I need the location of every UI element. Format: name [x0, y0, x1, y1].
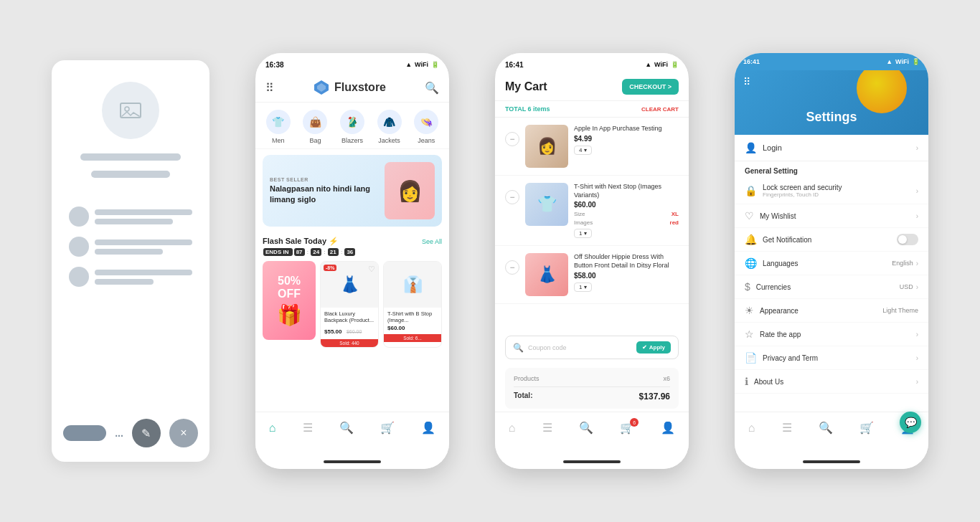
search-icon[interactable]: 🔍	[425, 81, 439, 95]
nav3-home-icon[interactable]: ⌂	[748, 422, 755, 435]
cart-item-2-qty-value[interactable]: 1 ▾	[574, 229, 592, 238]
category-blazers[interactable]: 🥻 Blazers	[340, 110, 364, 144]
cart-item-3-qty-value[interactable]: 1 ▾	[574, 283, 592, 292]
phone3-nav: ⌂ ☰ 🔍 🛒 👤	[735, 412, 928, 443]
settings-privacy-row[interactable]: 📄 Privacy and Term ›	[735, 346, 928, 370]
settings-languages-row[interactable]: 🌐 Languages English ›	[735, 252, 928, 275]
person-icon: 👤	[745, 142, 757, 153]
menu-icon[interactable]: ⠿	[265, 81, 274, 95]
languages-label: Languages	[763, 260, 798, 267]
apply-label: Apply	[649, 344, 665, 351]
appearance-label: Appearance	[760, 307, 798, 315]
cart-item-3-image: 👗	[525, 253, 568, 296]
clear-cart-button[interactable]: CLEAR CART	[641, 106, 679, 113]
phone1-products: 50% OFF 🎁 👗 -8% ♡ Black Luxury Backpack …	[255, 258, 449, 351]
cart-item-2-image: 👕	[525, 183, 568, 226]
category-jackets[interactable]: 🧥 Jackets	[377, 110, 402, 144]
apply-coupon-button[interactable]: ✔ Apply	[636, 341, 671, 353]
currencies-right: USD ›	[900, 283, 918, 291]
language-icon: 🌐	[745, 257, 757, 269]
coupon-code-input[interactable]: Coupon code	[528, 344, 632, 351]
wireframe-close-button[interactable]: ×	[169, 419, 198, 447]
nav-home-icon[interactable]: ⌂	[269, 422, 276, 435]
category-men-label: Men	[272, 137, 285, 144]
nav-profile-icon[interactable]: 👤	[421, 421, 435, 435]
product-1-wishlist-icon[interactable]: ♡	[368, 265, 375, 274]
phone2-content: My Cart CHECKOUT > TOTAL 6 items CLEAR C…	[495, 73, 689, 443]
category-men[interactable]: 👕 Men	[266, 110, 291, 144]
cart-item-1-qty-value[interactable]: 4 ▾	[574, 146, 592, 155]
wireframe-bottom: ... ✎ ×	[63, 419, 198, 447]
apply-icon: ✔	[642, 344, 647, 351]
product-1-badge: -8%	[324, 265, 336, 271]
banner-title: Nalagpasan nito hindi lang limang siglo	[270, 184, 385, 204]
nav2-menu-icon[interactable]: ☰	[542, 421, 552, 435]
login-left: 👤 Login	[745, 142, 782, 153]
settings-currencies-left: $ Currencies	[745, 281, 791, 293]
product-2-name: T-Shirt with B Stop (Image...	[387, 310, 438, 323]
cart-item-2: − 👕 T-Shirt with Next Stop (Images Varia…	[495, 176, 689, 246]
nav2-home-icon[interactable]: ⌂	[509, 422, 516, 435]
product-card-1[interactable]: 👗 -8% ♡ Black Luxury Backpack (Product..…	[320, 261, 379, 348]
phone2-nav: ⌂ ☰ 🔍 🛒 6 👤	[495, 412, 689, 443]
settings-appearance-row[interactable]: ☀ Appearance Light Theme	[735, 299, 928, 323]
nav2-search-icon[interactable]: 🔍	[579, 421, 593, 435]
chat-fab-button[interactable]: 💬	[900, 412, 921, 433]
see-all-link[interactable]: See All	[422, 238, 442, 245]
currencies-label: Currencies	[756, 283, 791, 291]
nav3-menu-icon[interactable]: ☰	[782, 421, 792, 435]
phone2-status-icons: ▲ WiFi 🔋	[645, 61, 679, 68]
cart-item-2-variant-label: Images	[574, 219, 593, 226]
product-2-image: 👔	[384, 262, 441, 308]
wishlist-icon: ♡	[745, 210, 754, 222]
phone3-hero: ⠿ Settings	[735, 70, 928, 135]
product-card-2[interactable]: 👔 T-Shirt with B Stop (Image... $60.00 S…	[383, 261, 442, 348]
lock-chevron-icon: ›	[916, 187, 918, 195]
product-1-sold: Sold: 440	[321, 339, 378, 347]
settings-about-row[interactable]: ℹ About Us ›	[735, 370, 928, 394]
settings-currencies-row[interactable]: $ Currencies USD ›	[735, 275, 928, 299]
product-2-price: $60.00	[387, 325, 438, 331]
cart-item-1-qty: 4 ▾	[574, 146, 679, 155]
languages-right: English ›	[892, 260, 918, 267]
category-jeans-label: Jeans	[418, 137, 435, 144]
cart-item-3-qty: 1 ▾	[574, 283, 679, 292]
nav-menu-icon[interactable]: ☰	[303, 421, 313, 435]
nav-search-icon[interactable]: 🔍	[339, 421, 354, 435]
promo-percent: 50%	[278, 275, 301, 288]
settings-wishlist-row[interactable]: ♡ My Wishlist ›	[735, 204, 928, 228]
coupon-input-area: 🔍 Coupon code ✔ Apply	[505, 336, 679, 359]
appearance-icon: ☀	[745, 305, 754, 316]
settings-rate-row[interactable]: ☆ Rate the app ›	[735, 323, 928, 346]
phone2-time: 16:41	[505, 61, 524, 69]
settings-notification-row[interactable]: 🔔 Get Notification	[735, 228, 928, 252]
settings-login-row[interactable]: 👤 Login ›	[735, 135, 928, 161]
checkout-button[interactable]: CHECKOUT >	[622, 79, 679, 95]
phone3-home-indicator	[803, 460, 860, 463]
banner-image: 👩	[385, 162, 435, 219]
summary-products-label: Products	[514, 375, 540, 382]
appearance-value: Light Theme	[882, 307, 918, 314]
nav-cart-icon[interactable]: 🛒	[380, 421, 395, 435]
phone1-logo: Fluxstore	[313, 79, 386, 96]
cart-item-2-meta: Size XL	[574, 211, 679, 217]
nav2-profile-icon[interactable]: 👤	[661, 421, 675, 435]
phone3-time: 16:41	[743, 58, 760, 65]
cart-item-1-remove[interactable]: −	[505, 132, 519, 146]
nav3-search-icon[interactable]: 🔍	[819, 421, 833, 435]
nav3-cart-icon[interactable]: 🛒	[859, 421, 874, 435]
settings-lock-row[interactable]: 🔒 Lock screen and security Fingerprints,…	[735, 178, 928, 204]
product-1-price: $55.00 $60.00	[324, 323, 374, 336]
timer-hours: 87	[294, 248, 305, 256]
category-bag[interactable]: 👜 Bag	[303, 110, 327, 144]
cart-item-2-remove[interactable]: −	[505, 190, 519, 204]
nav2-cart-icon[interactable]: 🛒 6	[620, 421, 634, 435]
cart-item-3-remove[interactable]: −	[505, 260, 519, 275]
phone1-nav: ⌂ ☰ 🔍 🛒 👤	[255, 412, 449, 443]
phone1-content: ⠿ Fluxstore 🔍 👕 Men 👜 Bag	[255, 73, 449, 443]
wireframe-edit-button[interactable]: ✎	[132, 419, 161, 447]
category-jeans[interactable]: 👒 Jeans	[414, 110, 438, 144]
privacy-chevron-icon: ›	[916, 354, 918, 362]
notification-toggle[interactable]	[897, 234, 918, 245]
cart-item-3-price: $58.00	[574, 272, 679, 280]
